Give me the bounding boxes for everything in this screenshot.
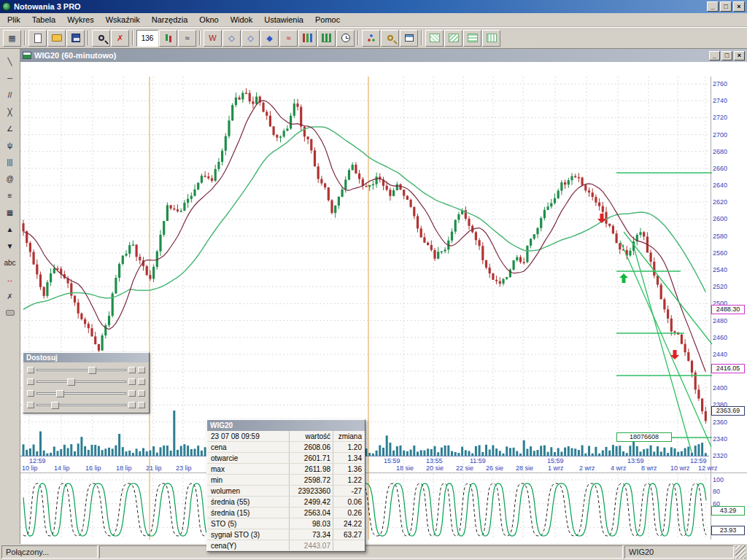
zoom-button[interactable] — [92, 30, 110, 47]
slider-right-button-2[interactable] — [138, 378, 145, 385]
main-titlebar[interactable]: Notowania 3 PRO _ □ × — [0, 0, 747, 13]
chart-window-titlebar[interactable]: WIG20 (60-minutowo) _ □ × — [20, 49, 747, 62]
slider-left-button[interactable] — [27, 367, 34, 373]
close-button[interactable]: × — [733, 1, 745, 12]
new-file-button[interactable] — [28, 30, 47, 47]
zigzag-button[interactable]: ≈ — [279, 30, 298, 47]
eraser-tool[interactable] — [1, 306, 19, 320]
slider-right-button-1[interactable] — [128, 378, 136, 385]
slider-right-button-1[interactable] — [128, 367, 136, 373]
menu-item-narzedzia[interactable]: Narzędzia — [146, 14, 194, 26]
menu-item-ustawienia[interactable]: Ustawienia — [258, 14, 309, 26]
open-file-button[interactable] — [47, 30, 66, 47]
x-axis-date-label: 22 sie — [456, 464, 473, 472]
connection-status: Połączony... — [1, 545, 98, 559]
text-tool[interactable]: abc — [1, 256, 19, 270]
slider-left-button[interactable] — [27, 402, 34, 408]
menu-item-widok[interactable]: Widok — [225, 14, 259, 26]
chart-restore-button[interactable]: □ — [721, 51, 732, 61]
slider-handle[interactable] — [51, 402, 59, 409]
pattern-button-1[interactable] — [425, 30, 444, 47]
search-plus-button[interactable] — [381, 30, 399, 47]
pitchfork-tool[interactable]: ψ — [1, 139, 19, 152]
arrow-up-tool[interactable]: ▲ — [1, 222, 19, 236]
chart-area[interactable]: 2760274027202700268026602640262026002580… — [20, 62, 747, 544]
maximize-button[interactable]: □ — [720, 1, 732, 12]
save-button[interactable] — [66, 30, 85, 47]
bars-count-box[interactable]: 136 — [136, 30, 158, 47]
tooltip-titlebar[interactable]: WIG20 — [207, 420, 365, 431]
menu-item-pomoc[interactable]: Pomoc — [309, 14, 346, 26]
y-axis-label: 2480 — [713, 317, 727, 324]
angle-tool[interactable]: ∠ — [1, 122, 19, 136]
tooltip-row-value: 2611.98 — [289, 464, 333, 474]
slider-right-button-1[interactable] — [128, 390, 136, 397]
dostosuj-titlebar[interactable]: Dostosuj — [23, 353, 149, 362]
slider-track[interactable] — [36, 404, 126, 406]
horizontal-grid-tool[interactable]: ≡ — [1, 189, 19, 203]
tooltip-row-change: 63.27 — [333, 529, 365, 540]
arrow-down-tool[interactable]: ▼ — [1, 239, 19, 253]
minimize-button[interactable]: _ — [707, 1, 719, 12]
pattern-button-3[interactable] — [463, 30, 481, 47]
x-axis-time-label: 11:59 — [470, 457, 486, 464]
horizontal-line-tool[interactable]: ─ — [1, 71, 19, 85]
delete-object-tool[interactable]: ✗ — [1, 289, 19, 303]
chart-minimize-button[interactable]: _ — [709, 51, 720, 61]
dots-pattern-button[interactable] — [362, 30, 380, 47]
resize-grip[interactable] — [735, 545, 746, 559]
slider-right-button-2[interactable] — [138, 390, 145, 397]
slider-track[interactable] — [36, 381, 126, 383]
histogram-button[interactable] — [298, 30, 317, 47]
gann-grid-tool[interactable]: ▦ — [1, 206, 19, 219]
menu-item-wskaznik[interactable]: Wskaźnik — [100, 14, 146, 26]
menu-item-okno[interactable]: Okno — [193, 14, 224, 26]
line-chart-button[interactable]: ≈ — [178, 30, 196, 47]
stochastic-d-tag: 23.93 — [711, 526, 745, 535]
vertical-grid-tool[interactable]: ||| — [1, 155, 19, 169]
diamond-tool-3[interactable]: ◆ — [260, 30, 279, 47]
pattern-button-4[interactable] — [482, 30, 500, 47]
channel-tool[interactable]: ╳ — [1, 105, 19, 119]
clock-button[interactable] — [336, 30, 355, 47]
green-histogram-button[interactable] — [317, 30, 336, 47]
chart-window: WIG20 (60-minutowo) _ □ × 27602740272027… — [20, 49, 747, 544]
page-icon — [34, 34, 42, 43]
tile-windows-button[interactable]: ▦ — [3, 30, 21, 47]
x-axis-date-label: 14 lip — [54, 464, 70, 472]
menu-item-plik[interactable]: Plik — [1, 14, 26, 26]
diamond-tool-2[interactable]: ◇ — [241, 30, 260, 47]
double-arrow-tool[interactable]: ↔ — [1, 273, 19, 287]
x-axis-date-label: 20 sie — [426, 464, 444, 472]
tooltip-row-value: 2601.71 — [289, 453, 333, 463]
data-tooltip-window[interactable]: WIG20 23 07 08 09:59 wartość zmiana cena… — [206, 419, 365, 552]
menu-item-tabela[interactable]: Tabela — [26, 14, 61, 26]
candle-chart-button[interactable] — [159, 30, 177, 47]
slider-right-button-2[interactable] — [138, 367, 145, 373]
slider-left-button[interactable] — [27, 390, 34, 397]
pattern-button-2[interactable] — [444, 30, 462, 47]
trend-line-tool[interactable]: ╲ — [1, 55, 19, 69]
chart-close-button[interactable]: × — [734, 51, 745, 61]
slider-track[interactable] — [36, 369, 126, 371]
w-pattern-button[interactable]: W — [204, 30, 222, 47]
new-window-button[interactable] — [400, 30, 418, 47]
main-toolbar: ▦✗136≈W◇◇◆≈ — [0, 27, 747, 49]
slider-handle[interactable] — [88, 367, 96, 374]
delete-button[interactable]: ✗ — [111, 30, 129, 47]
slider-handle[interactable] — [67, 378, 75, 386]
diamond-tool-1[interactable]: ◇ — [222, 30, 241, 47]
parallel-lines-tool[interactable]: // — [1, 88, 19, 102]
spiral-tool[interactable]: @ — [1, 172, 19, 186]
dostosuj-panel[interactable]: Dostosuj — [23, 352, 150, 413]
slider-right-button-1[interactable] — [128, 402, 136, 408]
slider-handle[interactable] — [56, 390, 64, 397]
menu-item-wykres[interactable]: Wykres — [61, 14, 100, 26]
slider-left-button[interactable] — [27, 378, 34, 385]
price-chart[interactable]: 2760274027202700268026602640262026002580… — [20, 62, 747, 544]
x-axis-date-label: 18 lip — [116, 464, 132, 472]
slider-track[interactable] — [36, 392, 126, 394]
slider-right-button-2[interactable] — [138, 402, 145, 408]
x-axis-time-label: 12:59 — [690, 457, 707, 464]
x-axis-date-label: 21 lip — [146, 464, 162, 472]
